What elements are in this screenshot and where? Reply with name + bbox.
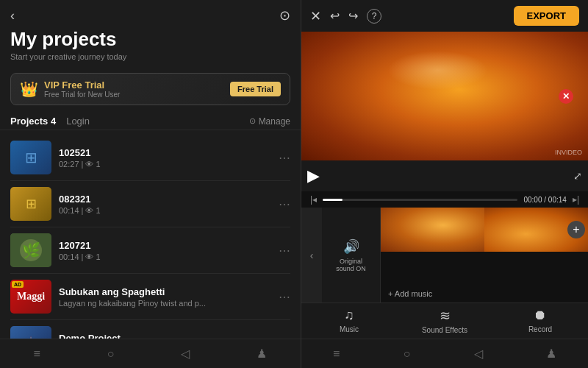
right-bottom-nav: ≡ ○ ◁ ♟ — [301, 339, 588, 368]
timeline-bar: |◂ 00:00 / 00:14 ▸| — [301, 191, 588, 208]
settings-icon[interactable]: ⊙ — [279, 7, 290, 24]
list-item[interactable]: 🗼 Demo Project 00:13 | 👁 8 ⬇ — [10, 320, 290, 339]
right-profile-icon[interactable]: ♟ — [546, 347, 556, 361]
video-preview: ✕ INVIDEO — [301, 32, 588, 160]
sound-label: Originalsound ON — [336, 258, 366, 272]
home-icon[interactable]: ○ — [107, 347, 115, 361]
project-info: 102521 02:27 | 👁 1 — [59, 147, 271, 169]
clip-thumb-1[interactable] — [381, 208, 484, 252]
sound-icon: 🔊 — [343, 238, 359, 255]
project-thumbnail: ⊞ — [10, 141, 51, 174]
more-options-icon[interactable]: ⋯ — [279, 151, 290, 165]
list-item[interactable]: ⊞ 102521 02:27 | 👁 1 ⋯ — [10, 135, 290, 181]
sound-effects-icon: ≋ — [440, 308, 451, 324]
left-title-section: My projects Start your creative journey … — [0, 28, 301, 68]
list-item[interactable]: ⊞ 082321 00:14 | 👁 1 ⋯ — [10, 181, 290, 227]
more-options-icon[interactable]: ⋯ — [279, 244, 290, 258]
login-tab[interactable]: Login — [66, 116, 90, 127]
back-button[interactable]: ‹ — [10, 8, 15, 24]
export-button[interactable]: EXPORT — [514, 6, 579, 26]
project-name: 120721 — [59, 240, 271, 251]
left-header: ‹ ⊙ — [0, 0, 301, 28]
project-info: 082321 00:14 | 👁 1 — [59, 194, 271, 215]
redo-button[interactable]: ↪ — [348, 9, 358, 23]
project-name: Demo Project — [59, 333, 274, 339]
error-badge: ✕ — [559, 89, 573, 104]
crown-icon: 👑 — [20, 80, 38, 98]
free-trial-button[interactable]: Free Trial — [230, 82, 281, 96]
project-meta: 00:14 | 👁 1 — [59, 206, 271, 215]
music-label: Music — [340, 325, 359, 333]
more-options-icon[interactable]: ⋯ — [279, 290, 290, 304]
sound-effects-tool[interactable]: ≋ Sound Effects — [397, 308, 492, 334]
page-subtitle: Start your creative journey today — [10, 52, 290, 61]
record-tool[interactable]: ⏺ Record — [492, 308, 588, 334]
left-panel: ‹ ⊙ My projects Start your creative jour… — [0, 0, 301, 368]
back-nav-icon[interactable]: ◁ — [181, 347, 190, 361]
playback-controls: ▶ ⤢ — [301, 160, 588, 191]
projects-tab[interactable]: Projects 4 — [10, 116, 56, 127]
project-list: ⊞ 102521 02:27 | 👁 1 ⋯ ⊞ 082321 00:14 | … — [0, 135, 301, 339]
right-menu-icon[interactable]: ≡ — [333, 347, 340, 361]
clip-thumbnails: + — [381, 208, 588, 285]
project-name: Subukan ang Spaghetti — [59, 286, 271, 297]
vip-banner[interactable]: 👑 VIP Free Trial Free Trial for New User… — [10, 73, 290, 105]
menu-icon[interactable]: ≡ — [33, 347, 40, 361]
project-meta: 02:27 | 👁 1 — [59, 160, 271, 169]
project-info: Subukan ang Spaghetti Lagyan ng kakaiban… — [59, 286, 271, 308]
bottom-tools: ♫ Music ≋ Sound Effects ⏺ Record — [301, 302, 588, 339]
sound-panel: 🔊 Originalsound ON — [322, 208, 381, 302]
project-name: 082321 — [59, 194, 271, 205]
undo-button[interactable]: ↩ — [330, 9, 340, 23]
right-home-icon[interactable]: ○ — [404, 347, 411, 361]
help-button[interactable]: ? — [367, 9, 381, 24]
project-meta: 00:14 | 👁 1 — [59, 252, 271, 261]
project-thumbnail: 🌿 — [10, 233, 51, 267]
list-item[interactable]: Maggi AD Subukan ang Spaghetti Lagyan ng… — [10, 274, 290, 320]
editor-area: ‹ 🔊 Originalsound ON Cover + + Add music — [301, 208, 588, 302]
clip-area: Cover + + Add music — [381, 208, 588, 302]
watermark: INVIDEO — [555, 149, 582, 156]
more-options-icon[interactable]: ⋯ — [279, 197, 290, 211]
project-thumbnail: 🗼 — [10, 326, 51, 339]
vip-title: VIP Free Trial — [44, 79, 120, 91]
add-music-button[interactable]: + Add music — [381, 285, 588, 302]
timeline-progress — [323, 199, 343, 201]
vip-subtitle: Free Trial for New User — [44, 91, 120, 99]
project-thumbnail: ⊞ — [10, 187, 51, 221]
timeline-track[interactable] — [323, 199, 517, 201]
record-label: Record — [528, 325, 552, 333]
timeline-prev-button[interactable]: |◂ — [310, 194, 317, 205]
project-info: Demo Project 00:13 | 👁 8 — [59, 333, 274, 339]
right-panel: ✕ ↩ ↪ ? EXPORT ✕ INVIDEO ▶ ⤢ |◂ 00:00 / … — [301, 0, 588, 368]
expand-button[interactable]: ⤢ — [573, 170, 582, 182]
record-icon: ⏺ — [534, 308, 547, 323]
list-item[interactable]: 🌿 120721 00:14 | 👁 1 ⋯ — [10, 227, 290, 274]
music-icon: ♫ — [344, 308, 354, 323]
manage-icon: ⊙ — [249, 116, 256, 126]
manage-button[interactable]: ⊙ Manage — [249, 116, 290, 127]
clip-thumb-2[interactable]: + — [484, 208, 588, 252]
page-title: My projects — [10, 28, 290, 51]
play-button[interactable]: ▶ — [307, 166, 320, 185]
timeline-current-time: 00:00 / 00:14 — [523, 196, 566, 204]
projects-nav: Projects 4 Login ⊙ Manage — [0, 113, 301, 130]
panel-toggle[interactable]: ‹ — [301, 208, 322, 302]
profile-icon[interactable]: ♟ — [257, 347, 267, 361]
right-back-icon[interactable]: ◁ — [474, 347, 483, 361]
sound-effects-label: Sound Effects — [422, 326, 467, 334]
project-name: 102521 — [59, 147, 271, 158]
right-header: ✕ ↩ ↪ ? EXPORT — [301, 0, 588, 32]
timeline-next-button[interactable]: ▸| — [573, 194, 579, 205]
project-meta: Lagyan ng kakaibang Pinoy twist and p... — [59, 299, 271, 308]
music-tool[interactable]: ♫ Music — [301, 308, 397, 334]
left-bottom-nav: ≡ ○ ◁ ♟ — [0, 339, 301, 368]
project-thumbnail: Maggi AD — [10, 280, 51, 314]
close-button[interactable]: ✕ — [310, 8, 321, 24]
add-clip-button[interactable]: + — [567, 221, 585, 238]
project-info: 120721 00:14 | 👁 1 — [59, 240, 271, 261]
